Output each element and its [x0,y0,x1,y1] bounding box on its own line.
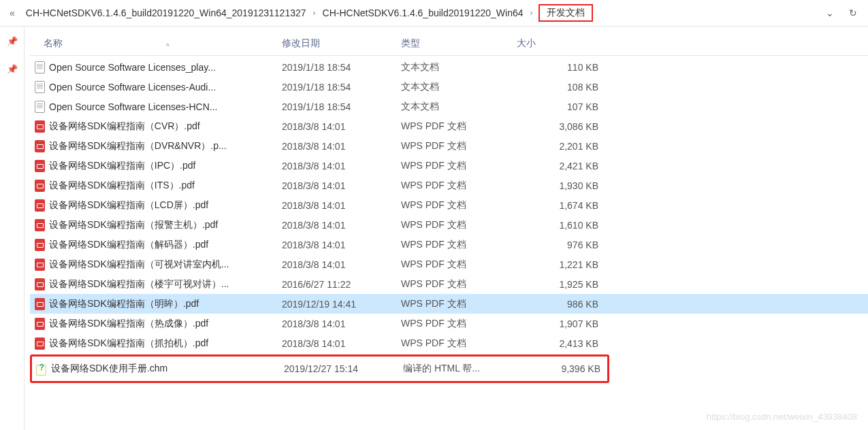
pdf-file-icon [35,337,45,350]
pdf-file-icon [35,318,45,330]
pdf-file-icon [35,180,45,192]
file-size: 107 KB [517,101,605,112]
file-name: Open Source Software Licenses_play... [49,62,282,73]
breadcrumb-item[interactable]: CH-HCNetSDKV6.1.4.6_build20191220_Win64 [320,6,526,20]
file-type: WPS PDF 文档 [401,298,517,310]
back-button[interactable]: « [5,6,19,20]
left-rail: 📌 📌 [0,27,25,430]
file-name: 设备网络SDK编程指南（抓拍机）.pdf [49,337,282,350]
file-name: 设备网络SDK编程指南（热成像）.pdf [49,318,282,330]
file-name: Open Source Software Licenses-Audi... [49,82,282,93]
file-row[interactable]: Open Source Software Licenses-HCN...2019… [30,97,868,116]
file-size: 976 KB [517,239,605,250]
file-size: 2,201 KB [517,141,605,152]
explorer-window: « CH-HCNetSDKV6.1.4.6_build20191220_Win6… [0,0,868,430]
file-row[interactable]: 设备网络SDK编程指南（报警主机）.pdf2018/3/8 14:01WPS P… [30,215,868,235]
file-list: 名称 ^ 修改日期 类型 大小 Open Source Software Lic… [25,27,868,430]
breadcrumb-item[interactable]: CH-HCNetSDKV6.1.4.6_build20191220_Win64_… [23,6,309,20]
file-row[interactable]: 设备网络SDK使用手册.chm2019/12/27 15:14编译的 HTML … [30,354,609,383]
file-type: 文本文档 [401,61,517,73]
file-type: WPS PDF 文档 [401,180,517,192]
file-size: 3,086 KB [517,121,605,132]
pdf-file-icon [35,120,45,133]
breadcrumb-current[interactable]: 开发文档 [539,4,593,22]
file-date: 2019/1/18 18:54 [282,62,401,73]
file-date: 2019/12/19 14:41 [282,299,401,310]
file-row[interactable]: 设备网络SDK编程指南（可视对讲室内机...2018/3/8 14:01WPS … [30,254,868,274]
pdf-file-icon [35,239,45,251]
file-row[interactable]: 设备网络SDK编程指南（ITS）.pdf2018/3/8 14:01WPS PD… [30,176,868,195]
file-date: 2018/3/8 14:01 [282,200,401,211]
column-type[interactable]: 类型 [401,37,517,50]
file-name: 设备网络SDK编程指南（明眸）.pdf [49,298,282,310]
file-size: 1,930 KB [517,180,605,191]
file-size: 986 KB [517,299,605,310]
file-type: WPS PDF 文档 [401,239,517,251]
file-date: 2018/3/8 14:01 [282,121,401,132]
file-size: 1,674 KB [517,200,605,211]
file-type: WPS PDF 文档 [401,337,517,350]
file-date: 2019/1/18 18:54 [282,82,401,93]
chevron-right-icon: › [313,8,316,18]
column-date[interactable]: 修改日期 [282,37,401,50]
file-type: 文本文档 [401,81,517,93]
file-row[interactable]: 设备网络SDK编程指南（热成像）.pdf2018/3/8 14:01WPS PD… [30,314,868,333]
sort-asc-icon: ^ [166,43,170,50]
file-row[interactable]: Open Source Software Licenses-Audi...201… [30,77,868,97]
file-size: 108 KB [517,82,605,93]
file-row[interactable]: 设备网络SDK编程指南（IPC）.pdf2018/3/8 14:01WPS PD… [30,156,868,176]
file-size: 1,221 KB [517,259,605,270]
file-type: WPS PDF 文档 [401,318,517,330]
pdf-file-icon [35,298,45,310]
file-size: 1,907 KB [517,318,605,329]
pdf-file-icon [35,259,45,271]
file-row[interactable]: 设备网络SDK编程指南（抓拍机）.pdf2018/3/8 14:01WPS PD… [30,333,868,353]
file-size: 1,610 KB [517,220,605,231]
txt-file-icon [35,81,45,93]
file-size: 2,421 KB [517,161,605,171]
file-row[interactable]: 设备网络SDK编程指南（LCD屏）.pdf2018/3/8 14:01WPS P… [30,195,868,215]
file-type: WPS PDF 文档 [401,140,517,152]
file-type: WPS PDF 文档 [401,199,517,212]
file-name: 设备网络SDK编程指南（CVR）.pdf [49,120,282,133]
pdf-file-icon [35,160,45,172]
file-name: 设备网络SDK编程指南（报警主机）.pdf [49,219,282,231]
dropdown-button[interactable]: ⌄ [820,6,839,20]
pin-icon[interactable]: 📌 [7,36,18,46]
file-name: 设备网络SDK使用手册.chm [51,363,284,375]
file-size: 1,925 KB [517,279,605,290]
file-date: 2018/3/8 14:01 [282,180,401,191]
file-size: 110 KB [517,62,605,73]
file-row[interactable]: 设备网络SDK编程指南（CVR）.pdf2018/3/8 14:01WPS PD… [30,116,868,136]
column-name[interactable]: 名称 ^ [30,37,282,50]
file-date: 2019/1/18 18:54 [282,101,401,112]
file-type: 编译的 HTML 帮... [403,363,519,375]
file-date: 2018/3/8 14:01 [282,239,401,250]
file-date: 2019/12/27 15:14 [284,363,403,374]
file-date: 2018/3/8 14:01 [282,338,401,349]
txt-file-icon [35,101,45,113]
file-row[interactable]: 设备网络SDK编程指南（楼宇可视对讲）...2016/6/27 11:22WPS… [30,274,868,294]
file-row[interactable]: 设备网络SDK编程指南（解码器）.pdf2018/3/8 14:01WPS PD… [30,235,868,254]
file-date: 2018/3/8 14:01 [282,220,401,231]
file-type: WPS PDF 文档 [401,160,517,172]
main-area: 📌 📌 名称 ^ 修改日期 类型 大小 Open Source Software… [0,27,868,430]
pdf-file-icon [35,278,45,291]
file-row[interactable]: Open Source Software Licenses_play...201… [30,57,868,77]
file-row[interactable]: 设备网络SDK编程指南（明眸）.pdf2019/12/19 14:41WPS P… [30,294,868,314]
file-name: 设备网络SDK编程指南（ITS）.pdf [49,180,282,192]
file-type: WPS PDF 文档 [401,219,517,231]
chevron-right-icon: › [530,8,533,18]
file-date: 2016/6/27 11:22 [282,279,401,290]
refresh-button[interactable]: ↻ [843,6,863,20]
file-type: WPS PDF 文档 [401,120,517,133]
column-size[interactable]: 大小 [517,37,612,50]
file-date: 2018/3/8 14:01 [282,318,401,329]
file-row[interactable]: 设备网络SDK编程指南（DVR&NVR）.p...2018/3/8 14:01W… [30,136,868,156]
pdf-file-icon [35,219,45,231]
file-name: 设备网络SDK编程指南（IPC）.pdf [49,160,282,172]
file-name: 设备网络SDK编程指南（LCD屏）.pdf [49,199,282,212]
pin-icon[interactable]: 📌 [7,64,18,74]
file-date: 2018/3/8 14:01 [282,161,401,171]
column-headers: 名称 ^ 修改日期 类型 大小 [30,32,868,56]
